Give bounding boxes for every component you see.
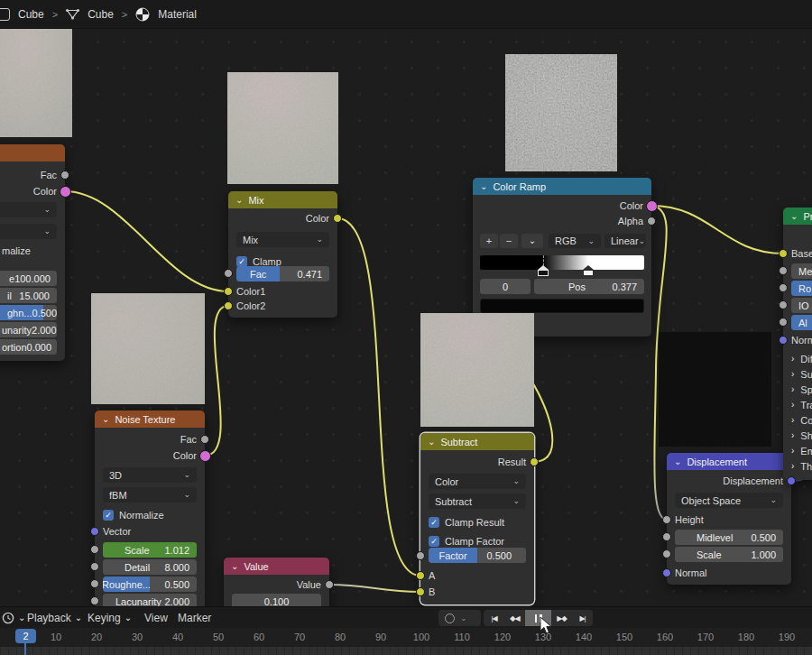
clamp-result-checkbox[interactable]: ✓Clamp Result <box>429 515 526 529</box>
socket-subtract-a-in[interactable] <box>416 571 425 580</box>
jump-to-start-button[interactable]: |◀ <box>484 610 504 626</box>
node-value[interactable]: ⌄Value Value 0.100 <box>224 558 329 612</box>
noise-type-dropdown[interactable]: ⌄ <box>0 224 57 239</box>
node-header[interactable]: ⌄Subtract <box>420 433 534 450</box>
panel-transmission[interactable]: ›Tra <box>791 398 812 412</box>
panel-specular[interactable]: ›Sp <box>791 383 812 397</box>
normalize-checkbox[interactable]: malize <box>0 244 57 257</box>
ramp-stop-black[interactable] <box>538 265 549 276</box>
socket-principled-ior-in[interactable] <box>779 300 788 309</box>
node-subtract[interactable]: ⌄Subtract Result Color⌄ Subtract⌄ ✓Clamp… <box>420 433 534 604</box>
socket-noise2-fac-out[interactable] <box>200 435 209 444</box>
socket-mix-fac-in[interactable] <box>224 269 233 278</box>
menu-playback[interactable]: Playback⌄ <box>27 610 82 625</box>
socket-displacement-midlevel-in[interactable] <box>662 532 671 541</box>
color-ramp-gradient[interactable] <box>480 255 644 270</box>
jump-to-end-button[interactable]: ▶| <box>572 610 593 626</box>
breadcrumb-data[interactable]: Cube <box>88 8 114 21</box>
socket-noiseleft-color-out[interactable] <box>60 186 71 198</box>
socket-subtract-b-in[interactable] <box>416 587 425 596</box>
panel-thin-film[interactable]: ›Th <box>791 459 812 474</box>
stop-position-field[interactable]: Pos0.377 <box>534 279 644 294</box>
panel-emission[interactable]: ›Em <box>791 444 812 458</box>
socket-noise2-scale-in[interactable] <box>90 545 99 554</box>
timeline-scrollbar[interactable] <box>0 647 812 655</box>
ramp-options-button[interactable]: ⌄ <box>521 234 543 248</box>
timeline-scrubber[interactable]: 10 20 30 40 50 60 70 80 90 100 110 120 1… <box>0 628 812 655</box>
menu-view[interactable]: View <box>144 610 168 625</box>
next-keyframe-button[interactable]: ▶◆ <box>551 610 572 626</box>
socket-displacement-normal-in[interactable] <box>662 568 671 577</box>
current-frame-badge[interactable]: 2 <box>15 629 36 643</box>
node-noise-texture[interactable]: ⌄Noise Texture Fac Color 3D⌄ fBM⌄ ✓Norma… <box>95 411 205 614</box>
node-header[interactable]: ⌄Value <box>224 558 329 575</box>
panel-coat[interactable]: ›Co <box>791 413 812 428</box>
socket-noise2-roughness-in[interactable] <box>90 579 99 588</box>
socket-noise2-lacunarity-in[interactable] <box>90 596 99 605</box>
alpha-field[interactable]: Al <box>791 315 812 330</box>
space-dropdown[interactable]: Object Space⌄ <box>675 493 783 508</box>
metallic-field[interactable]: Me <box>791 263 812 279</box>
color-mode-dropdown[interactable]: RGB⌄ <box>549 234 601 248</box>
breadcrumb-material[interactable]: Material <box>158 8 197 21</box>
noise-type-dropdown[interactable]: fBM⌄ <box>103 487 197 503</box>
add-stop-button[interactable]: + <box>480 234 498 248</box>
socket-displacement-out[interactable] <box>787 476 796 485</box>
menu-keying[interactable]: Keying⌄ <box>88 610 132 625</box>
detail-field[interactable]: il15.000 <box>0 288 57 303</box>
node-header[interactable]: ⌄Displacement <box>667 453 791 470</box>
socket-noise2-color-out[interactable] <box>199 450 211 462</box>
menu-marker[interactable]: Marker <box>178 610 211 625</box>
editor-type-icon[interactable] <box>0 8 10 21</box>
panel-subsurface[interactable]: ›Su <box>791 367 812 382</box>
socket-mix-color-out[interactable] <box>333 214 342 223</box>
socket-subtract-result-out[interactable] <box>530 457 539 466</box>
socket-principled-alpha-in[interactable] <box>779 318 788 327</box>
clamp-factor-checkbox[interactable]: ✓Clamp Factor <box>429 534 526 548</box>
roughness-field[interactable]: Ro <box>791 281 812 296</box>
editor-type-button[interactable]: ⌄ <box>2 610 25 625</box>
ramp-stop-white[interactable] <box>583 265 594 276</box>
socket-principled-base-in[interactable] <box>779 249 788 258</box>
socket-principled-normal-in[interactable] <box>779 336 788 345</box>
socket-mix-color1-in[interactable] <box>224 287 233 296</box>
factor-slider[interactable]: Factor0.500 <box>429 548 526 563</box>
socket-ramp-color-out[interactable] <box>646 200 658 212</box>
auto-keying-button[interactable]: ⌄ <box>438 610 481 626</box>
socket-noiseleft-fac-out[interactable] <box>60 171 69 180</box>
node-header[interactable]: ⌄Mix <box>228 191 337 208</box>
dimensions-dropdown[interactable]: 3D⌄ <box>103 467 197 483</box>
socket-mix-color2-in[interactable] <box>224 301 233 310</box>
detail-field[interactable]: Detail8.000 <box>103 559 197 575</box>
socket-ramp-alpha-out[interactable] <box>647 217 656 226</box>
blend-mode-dropdown[interactable]: Subtract⌄ <box>429 494 526 509</box>
scale-field[interactable]: Scale1.000 <box>675 547 783 562</box>
playhead[interactable] <box>24 641 26 655</box>
node-mix[interactable]: ⌄Mix Color Mix⌄ ✓Clamp Fac0.471 Color1 C… <box>228 191 337 318</box>
stop-color-swatch[interactable] <box>480 299 644 313</box>
lacunarity-field[interactable]: unarity2.000 <box>0 322 57 337</box>
ior-field[interactable]: IO <box>791 298 812 313</box>
panel-sheen[interactable]: ›Sh <box>791 429 812 443</box>
distortion-field[interactable]: ortion0.000 <box>0 339 57 355</box>
socket-principled-roughness-in[interactable] <box>779 283 788 292</box>
stop-index-field[interactable]: 0 <box>480 279 531 294</box>
remove-stop-button[interactable]: − <box>500 234 518 248</box>
midlevel-field[interactable]: Midlevel0.500 <box>675 530 783 545</box>
node-principled-bsdf[interactable]: ⌄Pri Base Me Ro IO Al Norm ›Dif ›Su ›Sp … <box>783 208 812 480</box>
dimensions-dropdown[interactable]: ⌄ <box>0 202 57 217</box>
node-displacement[interactable]: ⌄Displacement Displacement Object Space⌄… <box>667 453 791 585</box>
socket-noise2-detail-in[interactable] <box>90 562 99 571</box>
roughness-field[interactable]: ghn...0.500 <box>0 305 57 320</box>
socket-displacement-scale-in[interactable] <box>662 549 671 558</box>
scale-field[interactable]: e100.000 <box>0 271 57 286</box>
node-header[interactable]: ⌄Noise Texture <box>95 411 205 428</box>
socket-displacement-height-in[interactable] <box>662 515 671 524</box>
roughness-field[interactable]: Roughne...0.500 <box>103 577 197 592</box>
prev-keyframe-button[interactable]: ◆◀ <box>504 610 525 626</box>
breadcrumb-object[interactable]: Cube <box>18 8 44 21</box>
socket-value-out[interactable] <box>325 580 334 589</box>
data-type-dropdown[interactable]: Color⌄ <box>429 474 526 489</box>
fac-slider[interactable]: Fac0.471 <box>236 266 329 281</box>
scale-field[interactable]: Scale1.012 <box>103 542 197 558</box>
